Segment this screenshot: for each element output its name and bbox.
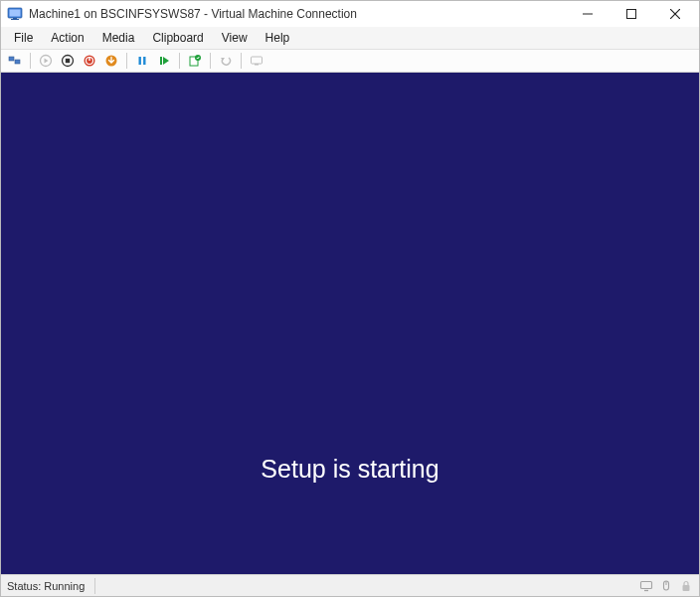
checkpoint-button[interactable] <box>185 51 205 71</box>
svg-rect-31 <box>683 585 690 591</box>
setup-message: Setup is starting <box>261 455 438 484</box>
svg-rect-26 <box>255 64 259 66</box>
svg-line-6 <box>670 9 680 19</box>
svg-marker-21 <box>163 57 169 65</box>
app-icon <box>7 6 23 22</box>
toolbar-separator <box>210 53 211 69</box>
svg-rect-2 <box>13 18 17 19</box>
shut-down-button[interactable] <box>80 51 99 71</box>
close-button[interactable] <box>653 1 697 27</box>
svg-line-7 <box>670 9 680 19</box>
revert-button <box>216 51 236 71</box>
status-icons <box>639 579 693 593</box>
svg-rect-5 <box>627 10 636 19</box>
svg-point-10 <box>41 56 52 67</box>
ctrl-alt-del-button[interactable] <box>5 51 25 71</box>
reset-button[interactable] <box>154 51 174 71</box>
vm-display-area[interactable]: Setup is starting <box>1 73 699 574</box>
svg-rect-19 <box>143 57 145 65</box>
menu-action[interactable]: Action <box>42 29 92 47</box>
svg-rect-8 <box>9 57 14 61</box>
svg-rect-1 <box>10 10 21 17</box>
menu-file[interactable]: File <box>5 29 42 47</box>
mouse-icon <box>659 579 673 593</box>
toolbar-separator <box>241 53 242 69</box>
toolbar-separator <box>179 53 180 69</box>
svg-marker-11 <box>45 59 49 64</box>
svg-rect-27 <box>641 581 652 588</box>
svg-rect-18 <box>139 57 141 65</box>
svg-marker-24 <box>221 58 225 61</box>
menu-media[interactable]: Media <box>93 29 144 47</box>
menu-bar: File Action Media Clipboard View Help <box>1 27 699 49</box>
svg-rect-13 <box>66 59 70 63</box>
start-button <box>36 51 56 71</box>
svg-rect-20 <box>160 57 162 65</box>
window-title: Machine1 on BSCINFSYSWS87 - Virtual Mach… <box>29 7 566 21</box>
toolbar-separator <box>30 53 31 69</box>
status-value: Running <box>44 580 85 592</box>
status-label: Status: <box>7 580 41 592</box>
save-button[interactable] <box>101 51 121 71</box>
menu-clipboard[interactable]: Clipboard <box>143 29 212 47</box>
pause-button[interactable] <box>132 51 152 71</box>
status-bar: Status: Running <box>1 574 699 596</box>
window-controls <box>566 1 697 27</box>
toolbar <box>1 49 699 73</box>
title-bar: Machine1 on BSCINFSYSWS87 - Virtual Mach… <box>1 1 699 27</box>
lock-icon <box>679 579 693 593</box>
menu-view[interactable]: View <box>213 29 257 47</box>
status-separator <box>94 578 95 594</box>
toolbar-separator <box>126 53 127 69</box>
svg-rect-9 <box>15 60 20 64</box>
svg-rect-25 <box>252 57 262 64</box>
maximize-button[interactable] <box>610 1 653 27</box>
turn-off-button[interactable] <box>58 51 78 71</box>
minimize-button[interactable] <box>566 1 610 27</box>
menu-help[interactable]: Help <box>257 29 299 47</box>
enhanced-session-button <box>247 51 266 71</box>
display-icon <box>639 579 653 593</box>
svg-rect-3 <box>11 19 19 20</box>
